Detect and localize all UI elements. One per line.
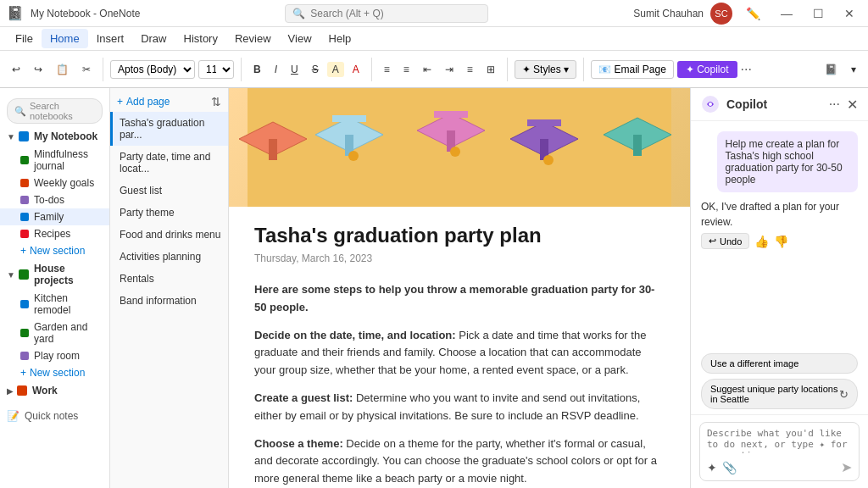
section-recipes[interactable]: Recipes [0,225,109,242]
mindfulness-dot [20,156,29,164]
page-title: Tasha's graduation party plan [254,224,665,247]
notebook-view-button[interactable]: 📓 [820,60,843,79]
menu-file[interactable]: File [7,29,42,48]
more-options-button[interactable]: ··· [741,62,752,77]
add-page-button[interactable]: + Add page [117,96,170,108]
new-section-label: New section [30,245,85,257]
notebooks-search-placeholder: Search notebooks [30,101,95,121]
work-header[interactable]: ▶ Work [0,381,109,400]
menu-insert[interactable]: Insert [88,29,133,48]
page-item-guest-list[interactable]: Guest list [110,180,228,202]
house-projects-header[interactable]: ▼ House projects [0,259,109,290]
page-item-party-theme[interactable]: Party theme [110,202,228,224]
app-title: My Notebook - OneNote [31,8,140,19]
menu-view[interactable]: View [280,29,320,48]
svg-point-18 [709,103,712,106]
font-color-button[interactable]: A [348,60,364,79]
bullet-list-button[interactable]: ≡ [379,60,395,79]
outdent-button[interactable]: ⇤ [418,60,437,79]
quick-notes-label: Quick notes [25,410,78,422]
section-kitchen[interactable]: Kitchen remodel [0,290,109,319]
notebooks-search-box[interactable]: 🔍 Search notebooks [7,98,103,124]
page-item-band[interactable]: Band information [110,290,228,312]
numbered-list-button[interactable]: ≡ [398,60,415,79]
main-layout: 🔍 Search notebooks ▼ My Notebook Mindful… [0,88,868,488]
copilot-ai-message: OK, I've drafted a plan for your review.… [701,199,858,249]
close-button[interactable]: ✕ [837,3,861,24]
new-section-my-notebook[interactable]: +New section [0,242,109,259]
recipes-label: Recipes [34,228,70,240]
page-item-food[interactable]: Food and drinks menu [110,224,228,246]
thumbs-down-button[interactable]: 👎 [774,235,788,248]
search-input[interactable] [310,8,463,19]
play-room-label: Play room [34,350,80,362]
avatar: SC [710,3,732,25]
my-notebook-name: My Notebook [34,130,97,142]
menu-review[interactable]: Review [226,29,280,48]
house-projects-expand-icon: ▼ [7,270,15,280]
copilot-ribbon-button[interactable]: ✦ Copilot [677,61,737,78]
my-notebook-header[interactable]: ▼ My Notebook [0,127,109,146]
title-bar-right: Sumit Chauhan SC ✏️ — ☐ ✕ [633,3,861,25]
font-size-select[interactable]: 11 [198,60,234,79]
search-box[interactable]: 🔍 [285,4,488,23]
todos-dot [20,196,29,204]
undo-button-copilot[interactable]: ↩ Undo [701,233,749,249]
pen-icon-btn[interactable]: ✏️ [739,3,767,24]
section-play-room[interactable]: Play room [0,347,109,364]
section-weekly-goals[interactable]: Weekly goals [0,175,109,191]
section-garden[interactable]: Garden and yard [0,319,109,347]
menu-history[interactable]: History [175,29,226,48]
maximize-button[interactable]: ☐ [806,3,831,24]
menu-home[interactable]: Home [42,29,88,48]
highlight-button[interactable]: A [327,62,344,77]
copilot-more-button[interactable]: ··· [829,97,840,112]
italic-button[interactable]: I [270,60,282,79]
clipboard-button[interactable]: 📋 [51,60,74,79]
sort-pages-button[interactable]: ⇅ [211,95,221,108]
undo-button[interactable]: ↩ [7,60,25,79]
underline-button[interactable]: U [286,60,303,79]
bolt-button[interactable]: ✦ [707,461,717,474]
user-name: Sumit Chauhan [633,8,704,19]
align-button[interactable]: ≡ [462,60,478,79]
kitchen-label: Kitchen remodel [34,292,103,316]
page-item-tasha[interactable]: Tasha's graduation par... [110,112,228,146]
email-page-button[interactable]: 📧 Email Page [591,60,674,79]
minimize-button[interactable]: — [774,3,799,24]
menu-draw[interactable]: Draw [132,29,175,48]
use-different-image-button[interactable]: Use a different image [701,353,858,374]
section-family[interactable]: Family [0,208,109,225]
quick-notes[interactable]: 📝 Quick notes [0,407,109,425]
garden-dot [20,329,29,337]
page-body[interactable]: Here are some steps to help you throw a … [254,281,665,488]
thumbs-up-button[interactable]: 👍 [754,235,769,248]
page-item-activities[interactable]: Activities planning [110,246,228,268]
weekly-goals-dot [20,179,29,187]
new-section-house[interactable]: +New section [0,364,109,381]
send-button[interactable]: ➤ [841,459,852,475]
pages-view-button[interactable]: ▾ [846,60,861,79]
bold-button[interactable]: B [248,60,266,79]
undo-label: Undo [720,236,742,247]
redo-button[interactable]: ↪ [29,60,47,79]
section-guest-para: Create a guest list: Determine who you w… [254,390,665,425]
strikethrough-button[interactable]: S [307,60,324,79]
font-family-select[interactable]: Aptos (Body) [110,60,195,79]
indent-button[interactable]: ⇥ [440,60,459,79]
page-item-party-date[interactable]: Party date, time and locat... [110,146,228,180]
page-item-rentals[interactable]: Rentals [110,268,228,290]
copilot-close-button[interactable]: ✕ [847,97,858,113]
attach-button[interactable]: 📎 [722,461,737,474]
format-button[interactable]: ⊞ [481,60,500,79]
suggest-party-locations-button[interactable]: Suggest unique party locations in Seattl… [701,379,858,409]
ribbon-separator-3 [371,58,372,81]
cut-button[interactable]: ✂ [77,60,96,79]
section-mindfulness[interactable]: Mindfulness journal [0,146,109,175]
styles-button[interactable]: ✦ Styles ▾ [515,60,576,79]
copilot-input[interactable] [707,428,852,453]
add-page-icon: + [117,96,123,108]
section-todos[interactable]: To-dos [0,191,109,208]
menu-help[interactable]: Help [320,29,360,48]
notebooks-sidebar: 🔍 Search notebooks ▼ My Notebook Mindful… [0,88,110,488]
